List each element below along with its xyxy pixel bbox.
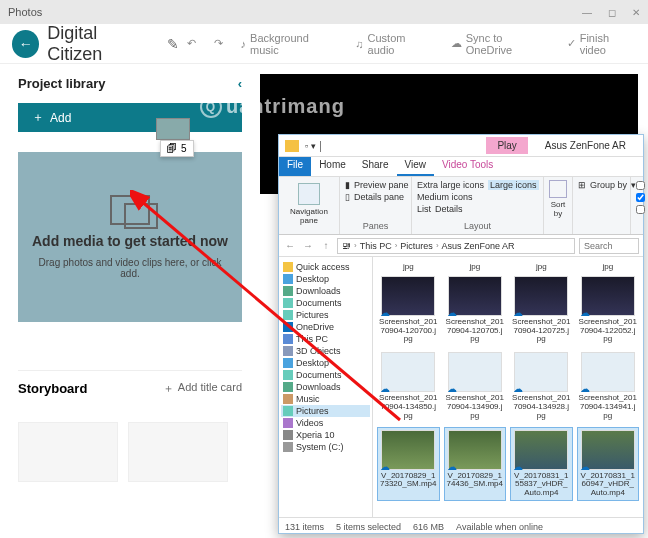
file-thumbnail: ☁ bbox=[448, 430, 502, 470]
tree-item[interactable]: Pictures bbox=[281, 405, 370, 417]
extra-large-icons-option[interactable]: Extra large icons bbox=[417, 180, 484, 190]
file-thumbnail: ☁ bbox=[514, 430, 568, 470]
file-thumbnail: ☁ bbox=[514, 352, 568, 392]
status-availability: Available when online bbox=[456, 522, 543, 532]
minimize-icon[interactable]: — bbox=[582, 7, 592, 18]
ribbon: Navigation pane ▮ Preview pane ▯ Details… bbox=[279, 177, 643, 235]
file-item[interactable]: ☁Screenshot_20170904-120700.jpg bbox=[377, 274, 440, 346]
tree-item-icon bbox=[283, 382, 293, 392]
file-item[interactable]: ☁V_20170831_155837_vHDR_Auto.mp4 bbox=[510, 427, 573, 501]
finish-video-button[interactable]: ✓ Finish video bbox=[567, 32, 636, 56]
project-title: Digital Citizen bbox=[47, 23, 154, 65]
add-button-label: Add bbox=[50, 111, 71, 125]
ribbon-tab-home[interactable]: Home bbox=[311, 157, 354, 176]
tree-item[interactable]: 3D Objects bbox=[281, 345, 370, 357]
file-explorer-window: ▫ ▾ │ Play Asus ZenFone AR File Home Sha… bbox=[278, 134, 644, 534]
large-icons-option[interactable]: Large icons bbox=[488, 180, 539, 190]
sort-icon[interactable] bbox=[549, 180, 567, 198]
tree-item[interactable]: Music bbox=[281, 393, 370, 405]
navigation-pane-icon[interactable] bbox=[298, 183, 320, 205]
details-pane-button[interactable]: ▯ Details pane bbox=[345, 192, 406, 202]
ribbon-tab-view[interactable]: View bbox=[397, 157, 435, 176]
file-item[interactable]: ☁Screenshot_20170904-134941.jpg bbox=[577, 350, 640, 422]
tree-item[interactable]: Documents bbox=[281, 297, 370, 309]
breadcrumb-item[interactable]: Asus ZenFone AR bbox=[442, 241, 515, 251]
breadcrumb-bar[interactable]: 🖳› This PC› Pictures› Asus ZenFone AR bbox=[337, 238, 575, 254]
back-button[interactable]: ← bbox=[12, 30, 39, 58]
close-icon[interactable]: ✕ bbox=[632, 7, 640, 18]
medium-icons-option[interactable]: Medium icons bbox=[417, 192, 473, 202]
cloud-status-icon: ☁ bbox=[380, 461, 390, 471]
contextual-tab-play[interactable]: Play bbox=[486, 137, 527, 154]
tree-item[interactable]: Desktop bbox=[281, 273, 370, 285]
file-name: V_20170829_173320_SM.mp4 bbox=[380, 472, 437, 490]
file-item[interactable]: ☁V_20170829_174436_SM.mp4 bbox=[444, 427, 507, 501]
explorer-search-input[interactable] bbox=[579, 238, 639, 254]
tree-item-icon bbox=[283, 370, 293, 380]
add-title-card-button[interactable]: ＋ Add title card bbox=[163, 381, 242, 396]
redo-button[interactable]: ↷ bbox=[214, 37, 223, 50]
dropzone-title: Add media to get started now bbox=[32, 233, 228, 249]
custom-audio-button[interactable]: ♫ Custom audio bbox=[355, 32, 432, 56]
file-thumbnail: ☁ bbox=[448, 352, 502, 392]
tree-item[interactable]: Downloads bbox=[281, 285, 370, 297]
maximize-icon[interactable]: ◻ bbox=[608, 7, 616, 18]
tree-item[interactable]: Videos bbox=[281, 417, 370, 429]
cloud-status-icon: ☁ bbox=[513, 461, 523, 471]
item-checkbox[interactable] bbox=[636, 181, 645, 190]
ribbon-tab-video-tools[interactable]: Video Tools bbox=[434, 157, 501, 176]
tree-item-icon bbox=[283, 322, 293, 332]
list-option[interactable]: List bbox=[417, 204, 431, 214]
nav-back-icon[interactable]: ← bbox=[283, 240, 297, 251]
tree-item[interactable]: This PC bbox=[281, 333, 370, 345]
file-thumbnail: ☁ bbox=[381, 276, 435, 316]
storyboard-slot[interactable] bbox=[18, 422, 118, 482]
tree-item[interactable]: OneDrive bbox=[281, 321, 370, 333]
hide-checkbox[interactable] bbox=[636, 205, 645, 214]
tree-item[interactable]: Documents bbox=[281, 369, 370, 381]
address-bar-row: ← → ↑ 🖳› This PC› Pictures› Asus ZenFone… bbox=[279, 235, 643, 257]
file-list-pane[interactable]: jpgjpgjpgjpg ☁Screenshot_20170904-120700… bbox=[373, 257, 643, 517]
ribbon-tab-file[interactable]: File bbox=[279, 157, 311, 176]
ribbon-tab-share[interactable]: Share bbox=[354, 157, 397, 176]
file-item[interactable]: ☁Screenshot_20170904-134909.jpg bbox=[444, 350, 507, 422]
tree-item-label: Pictures bbox=[296, 406, 329, 416]
tree-item[interactable]: Pictures bbox=[281, 309, 370, 321]
background-music-button[interactable]: ♪ Background music bbox=[241, 32, 338, 56]
file-checkbox[interactable] bbox=[636, 193, 645, 202]
tree-item[interactable]: Quick access bbox=[281, 261, 370, 273]
pencil-icon[interactable]: ✎ bbox=[167, 36, 179, 52]
group-by-button[interactable]: ⊞ Group by ▾ bbox=[578, 180, 625, 190]
tree-item-icon bbox=[283, 346, 293, 356]
file-item[interactable]: ☁V_20170831_160947_vHDR_Auto.mp4 bbox=[577, 427, 640, 501]
file-item[interactable]: ☁Screenshot_20170904-120725.jpg bbox=[510, 274, 573, 346]
preview-pane-button[interactable]: ▮ Preview pane bbox=[345, 180, 406, 190]
undo-button[interactable]: ↶ bbox=[187, 37, 196, 50]
file-name: Screenshot_20170904-122052.jpg bbox=[579, 318, 638, 344]
nav-fwd-icon[interactable]: → bbox=[301, 240, 315, 251]
tree-item-label: 3D Objects bbox=[296, 346, 341, 356]
navigation-tree[interactable]: Quick accessDesktopDownloadsDocumentsPic… bbox=[279, 257, 373, 517]
sync-onedrive-button[interactable]: ☁ Sync to OneDrive bbox=[451, 32, 549, 56]
nav-up-icon[interactable]: ↑ bbox=[319, 240, 333, 251]
tree-item[interactable]: Xperia 10 bbox=[281, 429, 370, 441]
tree-item[interactable]: Downloads bbox=[281, 381, 370, 393]
details-option[interactable]: Details bbox=[435, 204, 463, 214]
media-drop-zone[interactable]: Add media to get started now Drag photos… bbox=[18, 152, 242, 322]
file-name: Screenshot_20170904-134850.jpg bbox=[379, 394, 438, 420]
file-item[interactable]: ☁Screenshot_20170904-120705.jpg bbox=[444, 274, 507, 346]
file-name: Screenshot_20170904-134909.jpg bbox=[446, 394, 505, 420]
file-thumbnail: ☁ bbox=[581, 352, 635, 392]
file-item[interactable]: ☁Screenshot_20170904-122052.jpg bbox=[577, 274, 640, 346]
tree-item[interactable]: Desktop bbox=[281, 357, 370, 369]
file-item[interactable]: ☁Screenshot_20170904-134850.jpg bbox=[377, 350, 440, 422]
file-item[interactable]: ☁Screenshot_20170904-134928.jpg bbox=[510, 350, 573, 422]
breadcrumb-item[interactable]: Pictures bbox=[400, 241, 433, 251]
cloud-status-icon: ☁ bbox=[447, 307, 457, 317]
chevron-left-icon[interactable]: ‹ bbox=[238, 76, 242, 91]
storyboard-slot[interactable] bbox=[128, 422, 228, 482]
tree-item[interactable]: System (C:) bbox=[281, 441, 370, 453]
breadcrumb-item[interactable]: This PC bbox=[360, 241, 392, 251]
file-item[interactable]: ☁V_20170829_173320_SM.mp4 bbox=[377, 427, 440, 501]
library-header: Project library ‹ bbox=[18, 76, 242, 91]
